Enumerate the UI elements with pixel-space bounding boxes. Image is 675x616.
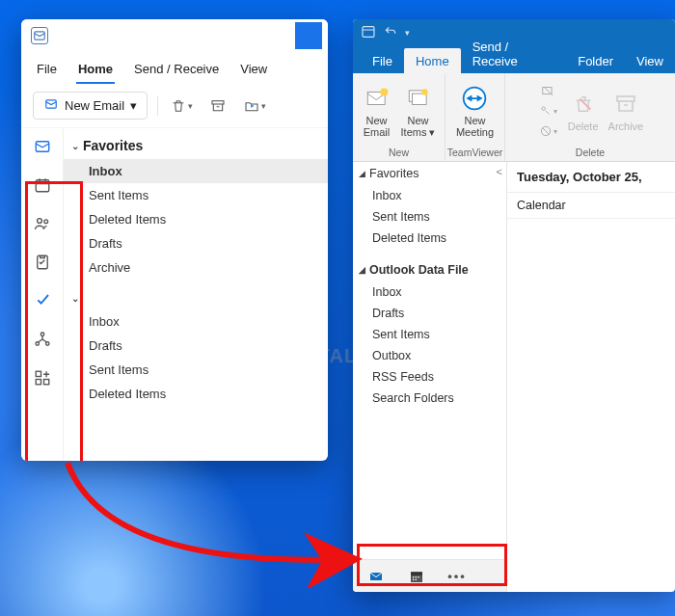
svg-rect-22 (412, 94, 426, 104)
df-search-folders[interactable]: Search Folders (353, 388, 506, 409)
reading-pane: Tuesday, October 25, Calendar (507, 162, 675, 592)
calendar-row[interactable]: Calendar (507, 192, 675, 219)
org-icon[interactable] (32, 329, 53, 350)
teamviewer-meeting-button[interactable]: NewMeeting (454, 82, 496, 140)
svg-point-12 (40, 333, 43, 335)
menu-home[interactable]: Home (76, 56, 115, 84)
folder-sent-2[interactable]: Sent Items (64, 358, 328, 382)
folder-drafts-2[interactable]: Drafts (64, 334, 328, 358)
new-items-icon (404, 84, 433, 113)
svg-rect-15 (36, 371, 40, 376)
ignore-icon[interactable] (537, 82, 558, 99)
mail-icon[interactable] (366, 569, 386, 584)
calendar-icon[interactable] (32, 174, 53, 196)
folder-pane: ⌄ Favorites Inbox Sent Items Deleted Ite… (64, 128, 328, 460)
app-icon (361, 24, 376, 42)
svg-rect-6 (212, 100, 224, 103)
menu-file[interactable]: File (35, 56, 59, 84)
svg-point-10 (43, 220, 47, 224)
svg-rect-28 (617, 96, 634, 101)
calendar-icon[interactable] (407, 569, 426, 584)
favorites-header[interactable]: ⌄ Favorites (64, 132, 328, 159)
svg-rect-18 (363, 26, 374, 37)
date-header: Tuesday, October 25, (507, 162, 675, 192)
new-email-button[interactable]: New Email ▾ (33, 92, 148, 120)
move-button[interactable]: ▾ (241, 93, 268, 120)
folder-inbox-2[interactable]: Inbox (64, 309, 328, 334)
folder-archive[interactable]: Archive (64, 255, 328, 280)
chevron-down-icon: ▾ (130, 98, 137, 113)
delete-small-col: ▾ ▾ (535, 80, 560, 142)
svg-rect-34 (413, 578, 414, 579)
menubar: File Home Send / Receive View (21, 52, 328, 84)
tab-folder[interactable]: Folder (566, 48, 625, 73)
new-email-icon (363, 84, 392, 113)
envelope-icon (43, 97, 59, 114)
folder-inbox[interactable]: Inbox (64, 159, 328, 183)
todo-icon[interactable] (32, 290, 53, 311)
tab-home[interactable]: Home (404, 48, 461, 73)
mail-icon[interactable] (32, 136, 53, 157)
fav-inbox[interactable]: Inbox (353, 185, 506, 206)
svg-point-26 (542, 107, 546, 111)
delete-button[interactable]: Delete (566, 88, 601, 134)
svg-point-9 (37, 219, 41, 224)
delete-button[interactable]: ▾ (168, 93, 195, 120)
archive-icon (611, 90, 640, 119)
tabbar: File Home Send / Receive Folder View (353, 46, 675, 73)
menu-view[interactable]: View (238, 56, 269, 84)
undo-icon[interactable] (384, 25, 397, 41)
df-sent[interactable]: Sent Items (353, 324, 506, 345)
new-items-button[interactable]: NewItems ▾ (399, 82, 438, 140)
menu-send-receive[interactable]: Send / Receive (132, 56, 221, 84)
folder-sent[interactable]: Sent Items (64, 183, 328, 207)
folder-pane: ◢ Favorites < Inbox Sent Items Deleted I… (353, 162, 507, 592)
folder-deleted[interactable]: Deleted Items (64, 207, 328, 231)
tasks-icon[interactable] (32, 252, 53, 273)
new-email-button[interactable]: NewEmail (361, 82, 393, 140)
svg-point-23 (421, 89, 428, 95)
favorites-label: Favorites (83, 138, 143, 153)
svg-rect-32 (416, 576, 417, 577)
tab-file[interactable]: File (361, 48, 404, 73)
titlebar (21, 19, 328, 52)
folder-deleted-2[interactable]: Deleted Items (64, 382, 328, 406)
titlebar-accent (295, 22, 322, 49)
cleanup-icon[interactable]: ▾ (537, 102, 558, 120)
df-rss[interactable]: RSS Feeds (353, 366, 506, 388)
teamviewer-icon (460, 84, 489, 113)
triangle-icon: ◢ (359, 169, 365, 178)
tab-send-receive[interactable]: Send / Receive (461, 34, 567, 73)
tab-view[interactable]: View (625, 48, 675, 73)
people-icon[interactable] (32, 213, 53, 234)
new-email-label: New Email (65, 98, 124, 113)
qat-dropdown-icon[interactable]: ▾ (405, 28, 410, 38)
group-delete-label: Delete (505, 145, 675, 161)
favorites-label: Favorites (369, 167, 418, 180)
separator (157, 96, 158, 116)
fav-deleted[interactable]: Deleted Items (353, 228, 506, 249)
datafile-label: Outlook Data File (369, 263, 469, 277)
folder-drafts[interactable]: Drafts (64, 231, 328, 255)
outlook-new-window: File Home Send / Receive View New Email … (21, 19, 328, 461)
account-header[interactable]: ⌄ (64, 287, 328, 309)
svg-rect-16 (36, 380, 40, 385)
datafile-header[interactable]: ◢ Outlook Data File (353, 258, 506, 281)
junk-icon[interactable]: ▾ (537, 122, 558, 140)
favorites-header[interactable]: ◢ Favorites < (353, 162, 506, 185)
df-drafts[interactable]: Drafts (353, 303, 506, 324)
svg-rect-30 (411, 572, 422, 575)
outlook-classic-window: ▾ File Home Send / Receive Folder View N… (353, 19, 675, 592)
apps-icon[interactable] (32, 367, 53, 388)
minimize-pane-icon[interactable]: < (497, 166, 502, 177)
more-icon[interactable]: ••• (447, 569, 467, 583)
archive-button[interactable]: Archive (607, 88, 646, 134)
chevron-down-icon: ⌄ (71, 293, 79, 304)
archive-button[interactable] (204, 93, 231, 120)
toolbar: New Email ▾ ▾ ▾ (21, 84, 328, 128)
svg-rect-35 (416, 578, 417, 579)
fav-sent[interactable]: Sent Items (353, 206, 506, 228)
df-outbox[interactable]: Outbox (353, 345, 506, 366)
df-inbox[interactable]: Inbox (353, 281, 506, 303)
group-teamviewer-label: TeamViewer (446, 145, 504, 161)
